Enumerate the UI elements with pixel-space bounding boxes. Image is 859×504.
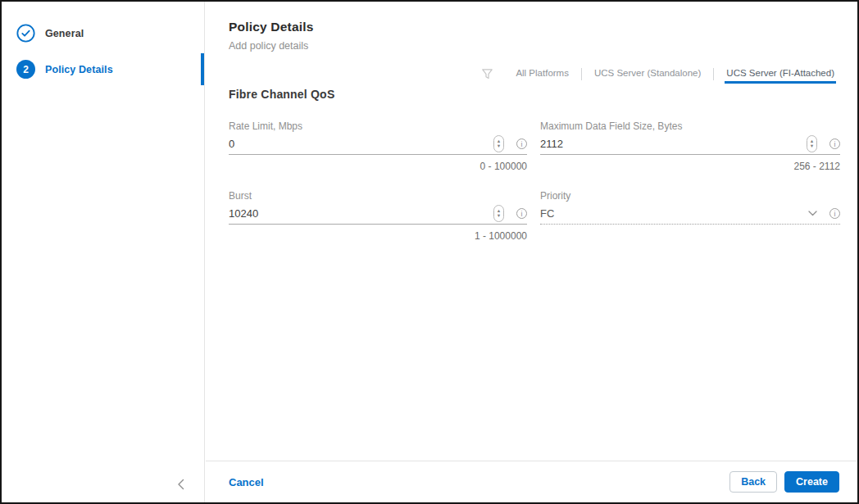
create-policy-wizard-window: General 2 Policy Details Policy Details … [0, 0, 859, 504]
rate-limit-field: Rate Limit, Mbps ▲▼ i 0 - 100000 [229, 120, 527, 172]
back-button[interactable]: Back [729, 471, 777, 493]
max-data-field-size-field: Maximum Data Field Size, Bytes ▲▼ i 256 … [540, 120, 840, 172]
rate-limit-range-hint: 0 - 100000 [229, 161, 527, 172]
wizard-steps-sidebar: General 2 Policy Details [2, 2, 205, 502]
tab-divider [713, 68, 714, 80]
cancel-button[interactable]: Cancel [229, 476, 264, 488]
max-data-field-size-stepper-icon[interactable]: ▲▼ [807, 135, 817, 152]
max-data-field-size-label: Maximum Data Field Size, Bytes [540, 120, 840, 132]
sidebar-item-general[interactable]: General [16, 24, 84, 43]
max-data-field-size-input[interactable] [540, 138, 807, 150]
rate-limit-label: Rate Limit, Mbps [229, 120, 527, 132]
priority-field: Priority FC i [540, 190, 840, 242]
platform-filter-tabs: All Platforms UCS Server (Standalone) UC… [481, 64, 836, 84]
section-title-fibre-channel-qos: Fibre Channel QoS [206, 88, 857, 101]
create-button[interactable]: Create [784, 471, 839, 493]
rate-limit-stepper-icon[interactable]: ▲▼ [493, 135, 504, 152]
burst-input-wrap: ▲▼ i [229, 207, 527, 225]
priority-label: Priority [540, 190, 840, 202]
step-policy-details-label: Policy Details [45, 64, 113, 75]
active-step-indicator [201, 53, 204, 85]
tab-ucs-server-fi-attached[interactable]: UCS Server (FI-Attached) [725, 65, 836, 84]
burst-info-icon[interactable]: i [516, 208, 527, 219]
filter-funnel-icon [481, 68, 493, 80]
tab-ucs-server-standalone[interactable]: UCS Server (Standalone) [593, 65, 702, 84]
step-general-label: General [45, 28, 84, 39]
priority-info-icon[interactable]: i [829, 208, 840, 219]
policy-details-panel: Policy Details Add policy details All Pl… [206, 2, 857, 502]
step-completed-check-icon [16, 24, 35, 43]
sidebar-item-policy-details[interactable]: 2 Policy Details [16, 60, 113, 79]
page-subtitle: Add policy details [229, 40, 834, 52]
burst-input[interactable] [229, 207, 493, 220]
qos-form: Rate Limit, Mbps ▲▼ i 0 - 100000 Maximum… [206, 120, 857, 242]
tab-divider [581, 68, 582, 80]
rate-limit-info-icon[interactable]: i [516, 138, 527, 149]
collapse-sidebar-button[interactable] [169, 473, 192, 496]
wizard-footer: Cancel Back Create [206, 461, 857, 502]
burst-range-hint: 1 - 1000000 [229, 230, 527, 242]
burst-field: Burst ▲▼ i 1 - 1000000 [229, 190, 527, 242]
max-data-field-size-input-wrap: ▲▼ i [540, 138, 840, 155]
step-number-badge: 2 [16, 60, 35, 79]
max-data-field-size-range-hint: 256 - 2112 [540, 161, 840, 172]
chevron-down-icon[interactable] [808, 211, 817, 216]
rate-limit-input-wrap: ▲▼ i [229, 138, 527, 155]
tab-all-platforms[interactable]: All Platforms [514, 65, 570, 84]
priority-selected-value: FC [540, 207, 808, 220]
rate-limit-input[interactable] [229, 138, 493, 150]
max-data-field-size-info-icon[interactable]: i [829, 138, 840, 149]
burst-stepper-icon[interactable]: ▲▼ [493, 205, 504, 222]
burst-label: Burst [229, 190, 527, 202]
priority-select[interactable]: FC i [540, 207, 840, 225]
page-title: Policy Details [229, 20, 834, 34]
page-header: Policy Details Add policy details [206, 2, 857, 52]
